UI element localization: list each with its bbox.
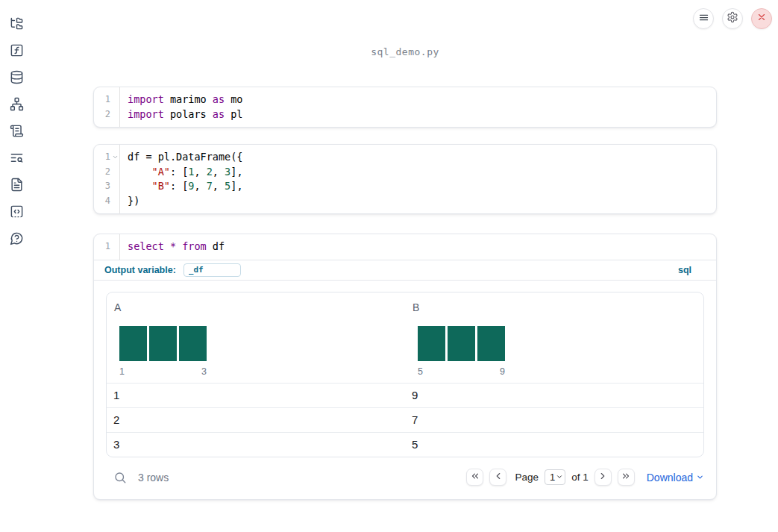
fold-spacer — [110, 179, 119, 194]
line-number: 1 — [94, 93, 110, 107]
table-cell: 1 — [107, 389, 405, 401]
shutdown-button[interactable] — [751, 8, 772, 29]
line-number: 2 — [94, 107, 110, 122]
table-cell: 7 — [405, 413, 703, 426]
download-label: Download — [647, 472, 693, 484]
chevron-down-icon — [556, 472, 563, 483]
code-line: import polars as pl — [128, 107, 242, 122]
fold-spacer — [110, 93, 119, 107]
code-lines: select * from df — [120, 234, 225, 260]
chevron-down-icon — [696, 472, 704, 484]
histogram-bar — [418, 326, 445, 361]
cell-editor[interactable]: 12 import marimo as moimport polars as p… — [94, 87, 716, 127]
help-button[interactable] — [9, 232, 24, 247]
fold-spacer — [110, 194, 119, 209]
last-page-button[interactable] — [618, 469, 635, 486]
folder-tree-icon — [10, 16, 24, 34]
helper-panel-sidebar — [0, 0, 33, 532]
dataframe-table: A 1 3 B — [106, 292, 704, 457]
code-line: df = pl.DataFrame({ — [128, 150, 243, 165]
gutter: 1234 — [94, 145, 120, 213]
outline-search-button[interactable] — [9, 151, 24, 166]
fold-chevron-icon[interactable] — [110, 150, 119, 165]
table-body: 192735 — [107, 383, 703, 457]
fold-spacer — [110, 107, 119, 122]
histogram-min-label: 1 — [119, 366, 125, 377]
help-bubble-icon — [10, 231, 24, 248]
histogram-bars — [119, 326, 207, 361]
column-name: A — [114, 301, 398, 313]
histogram-bar — [149, 326, 177, 361]
cell-editor[interactable]: 1 select * from df — [94, 234, 716, 260]
histogram-column-b[interactable]: 5 9 — [418, 326, 505, 377]
page-select[interactable]: 1 — [545, 469, 565, 485]
text-search-icon — [10, 151, 24, 168]
cell-editor[interactable]: 1234 df = pl.DataFrame({ "A": [1, 2, 3],… — [94, 145, 716, 213]
cell-imports[interactable]: 12 import marimo as moimport polars as p… — [93, 87, 717, 128]
code-line: select * from df — [128, 240, 225, 254]
histogram-axis-labels: 1 3 — [119, 366, 207, 377]
code-line: "A": [1, 2, 3], — [128, 165, 243, 180]
snippets-button[interactable] — [9, 205, 24, 220]
logs-button[interactable] — [9, 125, 24, 140]
first-page-button[interactable] — [466, 469, 483, 486]
code-line: import marimo as mo — [128, 93, 242, 107]
column-header-b: B 5 9 — [405, 292, 703, 383]
chevrons-right-icon — [621, 471, 631, 484]
line-number: 1 — [94, 240, 110, 254]
line-number: 4 — [94, 194, 110, 209]
sql-meta-bar: Output variable: sql — [94, 260, 716, 281]
square-code-icon — [10, 204, 24, 222]
output-variable-input[interactable] — [183, 263, 241, 277]
settings-button[interactable] — [722, 8, 743, 29]
table-cell: 9 — [405, 389, 703, 401]
cell-sql[interactable]: 1 select * from df Output variable: sql … — [93, 234, 717, 500]
fold-spacer — [110, 165, 119, 180]
line-number: 3 — [94, 179, 110, 194]
scroll-text-icon — [10, 124, 24, 141]
file-text-icon — [10, 178, 24, 195]
file-explorer-button[interactable] — [9, 17, 24, 32]
gear-icon — [727, 11, 738, 26]
pagination: Page 1 of 1 Download — [466, 469, 704, 486]
code-lines: df = pl.DataFrame({ "A": [1, 2, 3], "B":… — [120, 145, 243, 213]
table-cell: 2 — [107, 413, 405, 426]
sql-language-badge: sql — [678, 265, 691, 275]
data-sources-button[interactable] — [9, 71, 24, 86]
table-footer: 3 rows Page 1 of 1 — [106, 465, 704, 490]
code-line: }) — [128, 194, 243, 209]
fold-spacer — [110, 240, 119, 254]
column-name: B — [412, 301, 696, 313]
previous-page-button[interactable] — [489, 469, 506, 486]
line-number: 2 — [94, 165, 110, 180]
histogram-min-label: 5 — [418, 366, 423, 377]
gutter: 12 — [94, 87, 120, 127]
dependencies-button[interactable] — [9, 98, 24, 113]
chevrons-left-icon — [470, 471, 480, 484]
histogram-max-label: 3 — [201, 366, 207, 377]
download-button[interactable]: Download — [647, 472, 704, 484]
notebook-filename[interactable]: sql_demo.py — [93, 46, 717, 57]
next-page-button[interactable] — [595, 469, 612, 486]
histogram-bar — [119, 326, 147, 361]
table-row[interactable]: 35 — [107, 432, 703, 457]
table-row[interactable]: 27 — [107, 407, 703, 432]
variables-button[interactable] — [9, 44, 24, 59]
chevron-right-icon — [597, 471, 608, 484]
cell-dataframe[interactable]: 1234 df = pl.DataFrame({ "A": [1, 2, 3],… — [93, 144, 717, 214]
table-cell: 3 — [107, 438, 405, 451]
page-of-label: of 1 — [571, 472, 589, 483]
histogram-column-a[interactable]: 1 3 — [119, 326, 207, 377]
table-row[interactable]: 19 — [107, 383, 703, 407]
chevron-left-icon — [493, 471, 503, 484]
output-variable-label: Output variable: — [104, 265, 176, 275]
documentation-button[interactable] — [9, 178, 24, 193]
histogram-axis-labels: 5 9 — [418, 366, 505, 377]
row-count: 3 rows — [138, 472, 169, 484]
table-search-button[interactable] — [113, 471, 127, 484]
code-lines: import marimo as moimport polars as pl — [120, 87, 242, 127]
histogram-bar — [448, 326, 475, 361]
function-square-icon — [10, 43, 24, 60]
gutter: 1 — [94, 234, 120, 260]
page-select-value: 1 — [550, 472, 555, 483]
